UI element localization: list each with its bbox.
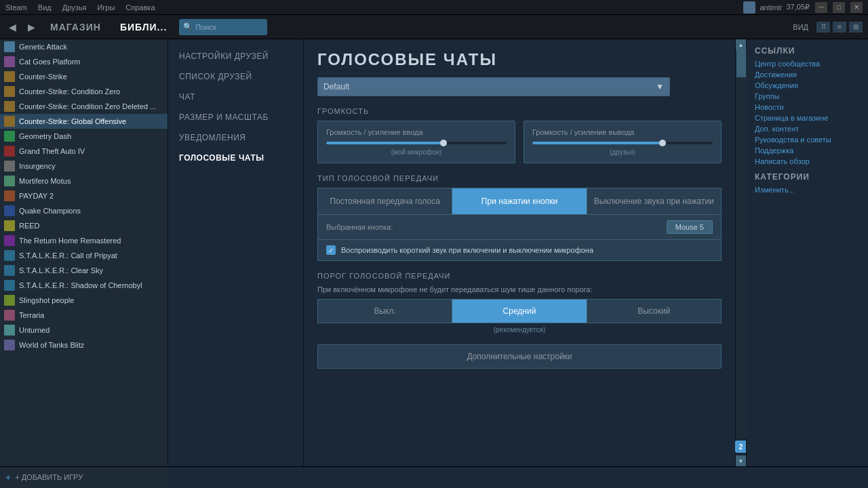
threshold-btn-high[interactable]: Высокий (587, 299, 722, 323)
link-dlc[interactable]: Доп. контент (755, 125, 860, 133)
voice-type-title: ТИП ГОЛОСОВОЙ ПЕРЕДАЧИ (317, 174, 722, 182)
list-item[interactable]: S.T.A.L.K.E.R.: Shadow of Chernobyl (0, 278, 167, 293)
sound-toggle-checkbox[interactable]: ✓ (326, 245, 336, 255)
menu-view[interactable]: Вид (38, 3, 52, 12)
threshold-title: ПОРОГ ГОЛОСОВОЙ ПЕРЕДАЧИ (317, 272, 722, 280)
settings-nav-size[interactable]: РАЗМЕР И МАСШТАБ (168, 107, 303, 127)
list-item[interactable]: Counter-Strike: Global Offensive (0, 114, 167, 129)
voice-btn-ptt[interactable]: При нажатии кнопки (452, 188, 587, 214)
dropdown-value: Default (323, 82, 349, 92)
menu-help[interactable]: Справка (125, 3, 155, 12)
settings-nav-friends[interactable]: НАСТРОЙКИ ДРУЗЕЙ (168, 46, 303, 66)
link-achievements[interactable]: Достижения (755, 70, 860, 79)
content-area: ГОЛОСОВЫЕ ЧАТЫ Default ▼ ГРОМКОСТЬ Громк… (304, 39, 735, 466)
list-item[interactable]: REED (0, 218, 167, 233)
categories-section-title: КАТЕГОРИИ (755, 172, 860, 182)
list-item[interactable]: Counter-Strike: Condition Zero (0, 84, 167, 99)
voice-btn-mute[interactable]: Выключение звука при нажатии (587, 188, 721, 214)
link-store-page[interactable]: Страница в магазине (755, 114, 860, 122)
game-name: Counter-Strike: Condition Zero (19, 87, 120, 96)
voice-btn-continuous[interactable]: Постоянная передача голоса (318, 188, 452, 214)
balance: 37,05₽ (786, 3, 810, 12)
scroll-down-arrow[interactable]: ▼ (736, 455, 747, 466)
device-dropdown-row: Default ▼ (317, 77, 722, 96)
list-item[interactable]: Genetic Attack (0, 39, 167, 54)
vid-btn-3[interactable]: ⊞ (849, 22, 863, 33)
search-box[interactable]: 🔍 (179, 19, 267, 35)
scroll-track[interactable] (736, 50, 747, 438)
game-name: Unturned (19, 326, 50, 334)
list-item[interactable]: Counter-Strike (0, 69, 167, 84)
game-name: S.T.A.L.K.E.R.: Clear Sky (19, 266, 103, 274)
link-categories-change[interactable]: Изменить... (755, 186, 860, 194)
game-name: Counter-Strike (19, 73, 67, 81)
list-item[interactable]: PAYDAY 2 (0, 188, 167, 203)
list-item[interactable]: Unturned (0, 323, 167, 338)
game-name: Terraria (19, 311, 44, 319)
scroll-up-arrow[interactable]: ▲ (736, 39, 747, 50)
link-review[interactable]: Написать обзор (755, 157, 860, 165)
list-item[interactable]: S.T.A.L.K.E.R.: Clear Sky (0, 263, 167, 278)
vid-btn-1[interactable]: ⠿ (816, 22, 830, 33)
list-item[interactable]: S.T.A.L.K.E.R.: Call of Pripyat (0, 248, 167, 263)
page-title: ГОЛОСОВЫЕ ЧАТЫ (317, 50, 722, 69)
list-item[interactable]: Geometry Dash (0, 129, 167, 144)
maximize-button[interactable]: □ (833, 2, 845, 13)
volume-input-slider[interactable] (326, 142, 507, 144)
game-icon (4, 116, 15, 127)
settings-nav-chat[interactable]: ЧАТ (168, 87, 303, 107)
link-support[interactable]: Поддержка (755, 146, 860, 155)
settings-nav-notifications[interactable]: УВЕДОМЛЕНИЯ (168, 127, 303, 148)
list-item[interactable]: The Return Home Remastered (0, 233, 167, 248)
titlebar-right: antimir 37,05₽ ─ □ ✕ (743, 1, 863, 14)
list-item[interactable]: Slingshot people (0, 293, 167, 308)
list-item[interactable]: Cat Goes Platform (0, 54, 167, 69)
scroll-thumb[interactable] (736, 50, 746, 77)
menu-games[interactable]: Игры (97, 3, 115, 12)
volume-section-title: ГРОМКОСТЬ (317, 107, 722, 115)
game-name: Grand Theft Auto IV (19, 147, 85, 155)
list-item[interactable]: World of Tanks Blitz (0, 338, 167, 352)
game-icon (4, 295, 15, 306)
navbar: ◀ ▶ МАГАЗИН БИБЛИ... 🔍 ВИД ⠿ ≡ ⊞ (0, 15, 868, 39)
threshold-btn-medium[interactable]: Средний (452, 299, 586, 323)
menu-friends[interactable]: Друзья (62, 3, 87, 12)
device-dropdown[interactable]: Default ▼ (317, 77, 670, 96)
add-game-bar[interactable]: + + ДОБАВИТЬ ИГРУ (0, 467, 168, 488)
list-item[interactable]: Counter-Strike: Condition Zero Deleted .… (0, 99, 167, 114)
list-item[interactable]: Mortifero Motus (0, 174, 167, 188)
threshold-btn-off[interactable]: Выкл. (317, 299, 452, 323)
forward-arrow[interactable]: ▶ (24, 20, 38, 34)
link-discussions[interactable]: Обсуждения (755, 81, 860, 89)
volume-output-sublabel: (друзья) (532, 148, 713, 156)
link-groups[interactable]: Группы (755, 92, 860, 100)
game-name: Geometry Dash (19, 132, 71, 140)
volume-output-slider[interactable] (532, 142, 713, 144)
list-item[interactable]: Terraria (0, 308, 167, 323)
advanced-settings-button[interactable]: Дополнительные настройки (317, 344, 722, 369)
settings-nav-voice[interactable]: ГОЛОСОВЫЕ ЧАТЫ (168, 148, 303, 168)
link-guides[interactable]: Руководства и советы (755, 136, 860, 144)
search-input[interactable] (195, 23, 263, 31)
menu-steam[interactable]: Steam (5, 3, 27, 12)
close-button[interactable]: ✕ (850, 2, 863, 13)
back-arrow[interactable]: ◀ (5, 20, 19, 34)
scrollbar: ▲ 2 ▼ (735, 39, 746, 466)
minimize-button[interactable]: ─ (815, 2, 827, 13)
list-item[interactable]: Quake Champions (0, 203, 167, 218)
voice-type-buttons: Постоянная передача голоса При нажатии к… (317, 188, 722, 215)
settings-nav-friendslist[interactable]: СПИСОК ДРУЗЕЙ (168, 66, 303, 87)
game-name: Mortifero Motus (19, 177, 71, 185)
sound-toggle-row: ✓ Воспроизводить короткий звук при включ… (317, 240, 722, 261)
link-community[interactable]: Центр сообщества (755, 60, 860, 68)
game-icon (4, 131, 15, 142)
list-item[interactable]: Insurgency (0, 159, 167, 174)
sound-toggle-label: Воспроизводить короткий звук при включен… (341, 246, 593, 254)
threshold-desc: При включённом микрофоне не будет переда… (317, 285, 722, 293)
tab-store[interactable]: МАГАЗИН (43, 22, 108, 33)
link-news[interactable]: Новости (755, 103, 860, 111)
tab-library[interactable]: БИБЛИ... (113, 22, 174, 33)
list-item[interactable]: Grand Theft Auto IV (0, 144, 167, 159)
vid-btn-2[interactable]: ≡ (833, 22, 846, 33)
key-badge[interactable]: Mouse 5 (667, 220, 713, 234)
